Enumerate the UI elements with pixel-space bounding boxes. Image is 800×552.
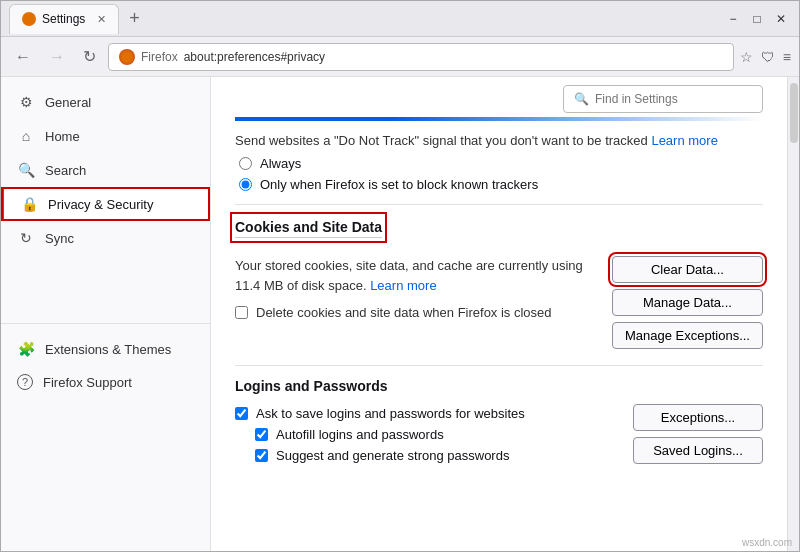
scrollbar-thumb[interactable] (790, 83, 798, 143)
sidebar-label-home: Home (45, 129, 80, 144)
sidebar-item-extensions[interactable]: 🧩 Extensions & Themes (1, 332, 210, 366)
main-area: ⚙ General ⌂ Home 🔍 Search 🔒 Privacy & Se… (1, 77, 799, 551)
bookmark-icon[interactable]: ☆ (740, 49, 753, 65)
find-bar-wrapper: 🔍 (211, 77, 787, 117)
extensions-icon: 🧩 (17, 340, 35, 358)
title-bar: Settings ✕ + − □ ✕ (1, 1, 799, 37)
dnt-radio-group: Always Only when Firefox is set to block… (239, 156, 763, 192)
clear-data-button[interactable]: Clear Data... (612, 256, 763, 283)
cookies-learn-more-link[interactable]: Learn more (370, 278, 436, 293)
address-bar[interactable]: Firefox about:preferences#privacy (108, 43, 734, 71)
manage-data-button[interactable]: Manage Data... (612, 289, 763, 316)
refresh-button[interactable]: ↻ (77, 43, 102, 70)
delete-cookies-row: Delete cookies and site data when Firefo… (235, 305, 600, 320)
sidebar-label-search: Search (45, 163, 86, 178)
minimize-button[interactable]: − (723, 9, 743, 29)
sidebar-label-privacy: Privacy & Security (48, 197, 153, 212)
suggest-option[interactable]: Suggest and generate strong passwords (255, 448, 525, 463)
browser-window: Settings ✕ + − □ ✕ ← → ↻ Firefox about:p… (0, 0, 800, 552)
autofill-checkbox[interactable] (255, 428, 268, 441)
sidebar-label-extensions: Extensions & Themes (45, 342, 171, 357)
sidebar-item-privacy[interactable]: 🔒 Privacy & Security (1, 187, 210, 221)
cookies-body: Your stored cookies, site data, and cach… (235, 256, 763, 349)
logins-button-group: Exceptions... Saved Logins... (633, 404, 763, 464)
firefox-label: Firefox (141, 50, 178, 64)
autofill-option[interactable]: Autofill logins and passwords (255, 427, 525, 442)
ask-save-label: Ask to save logins and passwords for web… (256, 406, 525, 421)
sidebar-item-general[interactable]: ⚙ General (1, 85, 210, 119)
cookies-section-heading: Cookies and Site Data (235, 217, 382, 238)
firefox-logo-icon (119, 49, 135, 65)
general-icon: ⚙ (17, 93, 35, 111)
cookies-button-group: Clear Data... Manage Data... Manage Exce… (612, 256, 763, 349)
cookies-description-area: Your stored cookies, site data, and cach… (235, 256, 600, 320)
dnt-always-option[interactable]: Always (239, 156, 763, 171)
sidebar: ⚙ General ⌂ Home 🔍 Search 🔒 Privacy & Se… (1, 77, 211, 551)
sidebar-label-sync: Sync (45, 231, 74, 246)
maximize-button[interactable]: □ (747, 9, 767, 29)
nav-bar: ← → ↻ Firefox about:preferences#privacy … (1, 37, 799, 77)
home-icon: ⌂ (17, 127, 35, 145)
manage-exceptions-button[interactable]: Manage Exceptions... (612, 322, 763, 349)
find-icon: 🔍 (574, 92, 589, 106)
window-controls: − □ ✕ (723, 9, 791, 29)
logins-row: Ask to save logins and passwords for web… (235, 404, 763, 464)
sidebar-divider (1, 323, 210, 324)
sidebar-label-support: Firefox Support (43, 375, 132, 390)
logins-options-left: Ask to save logins and passwords for web… (235, 406, 525, 463)
search-nav-icon: 🔍 (17, 161, 35, 179)
firefox-tab-icon (22, 12, 36, 26)
tab-title: Settings (42, 12, 85, 26)
sidebar-label-general: General (45, 95, 91, 110)
delete-cookies-label: Delete cookies and site data when Firefo… (256, 305, 552, 320)
forward-button[interactable]: → (43, 44, 71, 70)
autofill-label: Autofill logins and passwords (276, 427, 444, 442)
support-icon: ? (17, 374, 33, 390)
saved-logins-button[interactable]: Saved Logins... (633, 437, 763, 464)
dnt-only-when-radio[interactable] (239, 178, 252, 191)
close-button[interactable]: ✕ (771, 9, 791, 29)
dnt-always-radio[interactable] (239, 157, 252, 170)
new-tab-button[interactable]: + (123, 8, 146, 29)
logins-section: Logins and Passwords Ask to save logins … (211, 366, 787, 480)
scroll-indicator (235, 117, 763, 121)
dnt-learn-more-link[interactable]: Learn more (651, 133, 717, 148)
dnt-description: Send websites a "Do Not Track" signal th… (235, 133, 763, 148)
watermark: wsxdn.com (742, 537, 792, 548)
nav-icons: ☆ 🛡 ≡ (740, 49, 791, 65)
shield-icon[interactable]: 🛡 (761, 49, 775, 65)
sidebar-item-search[interactable]: 🔍 Search (1, 153, 210, 187)
suggest-label: Suggest and generate strong passwords (276, 448, 509, 463)
tab-close-button[interactable]: ✕ (97, 13, 106, 26)
find-bar[interactable]: 🔍 (563, 85, 763, 113)
sidebar-item-support[interactable]: ? Firefox Support (1, 366, 210, 398)
sidebar-item-home[interactable]: ⌂ Home (1, 119, 210, 153)
cookies-section: Cookies and Site Data Your stored cookie… (211, 205, 787, 365)
dnt-always-label: Always (260, 156, 301, 171)
exceptions-button[interactable]: Exceptions... (633, 404, 763, 431)
suggest-checkbox[interactable] (255, 449, 268, 462)
cookies-description: Your stored cookies, site data, and cach… (235, 256, 600, 295)
cookies-heading-wrapper: Cookies and Site Data (235, 217, 763, 246)
sidebar-item-sync[interactable]: ↻ Sync (1, 221, 210, 255)
dnt-only-when-option[interactable]: Only when Firefox is set to block known … (239, 177, 763, 192)
find-input[interactable] (595, 92, 752, 106)
logins-heading: Logins and Passwords (235, 378, 763, 394)
ask-save-checkbox[interactable] (235, 407, 248, 420)
ask-save-option[interactable]: Ask to save logins and passwords for web… (235, 406, 525, 421)
settings-tab[interactable]: Settings ✕ (9, 4, 119, 34)
tab-area: Settings ✕ + (9, 4, 715, 34)
delete-cookies-checkbox[interactable] (235, 306, 248, 319)
back-button[interactable]: ← (9, 44, 37, 70)
dnt-section: Send websites a "Do Not Track" signal th… (211, 125, 787, 204)
content-area: 🔍 Send websites a "Do Not Track" signal … (211, 77, 787, 551)
scrollbar[interactable] (787, 77, 799, 551)
dnt-only-when-label: Only when Firefox is set to block known … (260, 177, 538, 192)
url-display: about:preferences#privacy (184, 50, 723, 64)
privacy-icon: 🔒 (20, 195, 38, 213)
menu-icon[interactable]: ≡ (783, 49, 791, 65)
sync-icon: ↻ (17, 229, 35, 247)
dnt-text: Send websites a "Do Not Track" signal th… (235, 133, 648, 148)
